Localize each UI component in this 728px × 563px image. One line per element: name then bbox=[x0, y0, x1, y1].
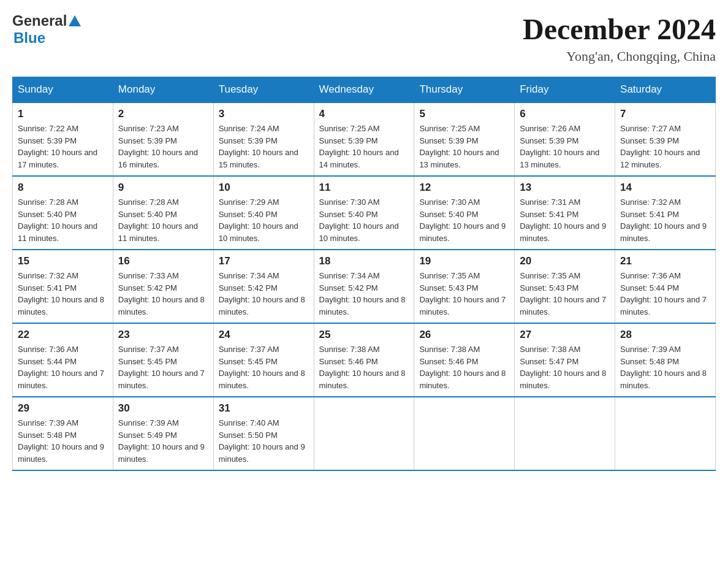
logo-blue-text: Blue bbox=[13, 29, 45, 46]
day-number: 16 bbox=[118, 255, 208, 267]
day-number: 27 bbox=[520, 329, 610, 341]
calendar-cell: 2Sunrise: 7:23 AMSunset: 5:39 PMDaylight… bbox=[113, 102, 213, 176]
calendar-cell: 24Sunrise: 7:37 AMSunset: 5:45 PMDayligh… bbox=[213, 323, 314, 397]
calendar-header-wednesday: Wednesday bbox=[314, 77, 414, 103]
calendar-cell: 11Sunrise: 7:30 AMSunset: 5:40 PMDayligh… bbox=[314, 176, 414, 250]
calendar-week-row: 22Sunrise: 7:36 AMSunset: 5:44 PMDayligh… bbox=[13, 323, 716, 397]
calendar-cell: 8Sunrise: 7:28 AMSunset: 5:40 PMDaylight… bbox=[13, 176, 113, 250]
calendar-cell bbox=[414, 397, 515, 470]
day-number: 25 bbox=[319, 329, 409, 341]
calendar-header-saturday: Saturday bbox=[615, 77, 716, 103]
calendar-header-tuesday: Tuesday bbox=[213, 77, 314, 103]
calendar-header-thursday: Thursday bbox=[414, 77, 515, 103]
day-info: Sunrise: 7:34 AMSunset: 5:42 PMDaylight:… bbox=[319, 270, 409, 318]
day-info: Sunrise: 7:30 AMSunset: 5:40 PMDaylight:… bbox=[319, 196, 409, 244]
calendar-cell: 3Sunrise: 7:24 AMSunset: 5:39 PMDaylight… bbox=[213, 102, 314, 176]
calendar-cell: 16Sunrise: 7:33 AMSunset: 5:42 PMDayligh… bbox=[113, 250, 213, 323]
calendar-cell: 20Sunrise: 7:35 AMSunset: 5:43 PMDayligh… bbox=[515, 250, 615, 323]
calendar-week-row: 1Sunrise: 7:22 AMSunset: 5:39 PMDaylight… bbox=[13, 102, 716, 176]
calendar-cell bbox=[515, 397, 615, 470]
calendar-header-monday: Monday bbox=[113, 77, 213, 103]
day-number: 18 bbox=[319, 255, 409, 267]
day-info: Sunrise: 7:23 AMSunset: 5:39 PMDaylight:… bbox=[118, 123, 208, 170]
month-title: December 2024 bbox=[523, 12, 716, 46]
day-number: 30 bbox=[118, 402, 208, 415]
day-info: Sunrise: 7:27 AMSunset: 5:39 PMDaylight:… bbox=[620, 123, 710, 170]
day-info: Sunrise: 7:22 AMSunset: 5:39 PMDaylight:… bbox=[18, 123, 108, 170]
day-number: 21 bbox=[620, 255, 710, 267]
day-info: Sunrise: 7:40 AMSunset: 5:50 PMDaylight:… bbox=[219, 417, 309, 465]
day-info: Sunrise: 7:37 AMSunset: 5:45 PMDaylight:… bbox=[118, 343, 208, 391]
day-number: 29 bbox=[18, 402, 108, 415]
day-info: Sunrise: 7:32 AMSunset: 5:41 PMDaylight:… bbox=[620, 196, 710, 244]
calendar-cell bbox=[615, 397, 716, 470]
day-number: 5 bbox=[419, 108, 509, 120]
day-info: Sunrise: 7:37 AMSunset: 5:45 PMDaylight:… bbox=[219, 343, 309, 391]
calendar-cell: 22Sunrise: 7:36 AMSunset: 5:44 PMDayligh… bbox=[13, 323, 113, 397]
calendar-cell: 12Sunrise: 7:30 AMSunset: 5:40 PMDayligh… bbox=[414, 176, 515, 250]
day-number: 20 bbox=[520, 255, 610, 267]
day-info: Sunrise: 7:38 AMSunset: 5:46 PMDaylight:… bbox=[419, 343, 509, 391]
calendar-cell: 15Sunrise: 7:32 AMSunset: 5:41 PMDayligh… bbox=[13, 250, 113, 323]
calendar-cell: 21Sunrise: 7:36 AMSunset: 5:44 PMDayligh… bbox=[615, 250, 716, 323]
logo-triangle-icon bbox=[69, 15, 81, 26]
page-header: General Blue December 2024 Yong'an, Chon… bbox=[12, 12, 716, 64]
calendar-cell: 18Sunrise: 7:34 AMSunset: 5:42 PMDayligh… bbox=[314, 250, 414, 323]
day-info: Sunrise: 7:29 AMSunset: 5:40 PMDaylight:… bbox=[219, 196, 309, 244]
day-info: Sunrise: 7:25 AMSunset: 5:39 PMDaylight:… bbox=[319, 123, 409, 170]
day-number: 12 bbox=[419, 182, 509, 194]
day-number: 13 bbox=[520, 182, 610, 194]
calendar-cell bbox=[314, 397, 414, 470]
calendar-header-row: SundayMondayTuesdayWednesdayThursdayFrid… bbox=[13, 77, 716, 103]
logo-general-text: General bbox=[12, 12, 67, 29]
calendar-cell: 29Sunrise: 7:39 AMSunset: 5:48 PMDayligh… bbox=[13, 397, 113, 470]
day-info: Sunrise: 7:31 AMSunset: 5:41 PMDaylight:… bbox=[520, 196, 610, 244]
calendar-table: SundayMondayTuesdayWednesdayThursdayFrid… bbox=[12, 77, 716, 471]
calendar-header-sunday: Sunday bbox=[13, 77, 113, 103]
day-info: Sunrise: 7:32 AMSunset: 5:41 PMDaylight:… bbox=[18, 270, 108, 318]
calendar-cell: 9Sunrise: 7:28 AMSunset: 5:40 PMDaylight… bbox=[113, 176, 213, 250]
day-info: Sunrise: 7:35 AMSunset: 5:43 PMDaylight:… bbox=[419, 270, 509, 318]
calendar-week-row: 15Sunrise: 7:32 AMSunset: 5:41 PMDayligh… bbox=[13, 250, 716, 323]
calendar-cell: 6Sunrise: 7:26 AMSunset: 5:39 PMDaylight… bbox=[515, 102, 615, 176]
day-number: 26 bbox=[419, 329, 509, 341]
day-info: Sunrise: 7:34 AMSunset: 5:42 PMDaylight:… bbox=[219, 270, 309, 318]
calendar-week-row: 8Sunrise: 7:28 AMSunset: 5:40 PMDaylight… bbox=[13, 176, 716, 250]
day-number: 7 bbox=[620, 108, 710, 120]
calendar-cell: 26Sunrise: 7:38 AMSunset: 5:46 PMDayligh… bbox=[414, 323, 515, 397]
calendar-cell: 1Sunrise: 7:22 AMSunset: 5:39 PMDaylight… bbox=[13, 102, 113, 176]
calendar-cell: 7Sunrise: 7:27 AMSunset: 5:39 PMDaylight… bbox=[615, 102, 716, 176]
day-info: Sunrise: 7:28 AMSunset: 5:40 PMDaylight:… bbox=[118, 196, 208, 244]
day-number: 22 bbox=[18, 329, 108, 341]
day-number: 4 bbox=[319, 108, 409, 120]
calendar-cell: 27Sunrise: 7:38 AMSunset: 5:47 PMDayligh… bbox=[515, 323, 615, 397]
day-number: 14 bbox=[620, 182, 710, 194]
day-info: Sunrise: 7:24 AMSunset: 5:39 PMDaylight:… bbox=[219, 123, 309, 170]
calendar-cell: 13Sunrise: 7:31 AMSunset: 5:41 PMDayligh… bbox=[515, 176, 615, 250]
day-info: Sunrise: 7:39 AMSunset: 5:48 PMDaylight:… bbox=[18, 417, 108, 465]
calendar-cell: 5Sunrise: 7:25 AMSunset: 5:39 PMDaylight… bbox=[414, 102, 515, 176]
day-info: Sunrise: 7:36 AMSunset: 5:44 PMDaylight:… bbox=[18, 343, 108, 391]
day-number: 24 bbox=[219, 329, 309, 341]
day-info: Sunrise: 7:26 AMSunset: 5:39 PMDaylight:… bbox=[520, 123, 610, 170]
day-info: Sunrise: 7:39 AMSunset: 5:48 PMDaylight:… bbox=[620, 343, 710, 391]
day-number: 11 bbox=[319, 182, 409, 194]
calendar-week-row: 29Sunrise: 7:39 AMSunset: 5:48 PMDayligh… bbox=[13, 397, 716, 470]
calendar-cell: 17Sunrise: 7:34 AMSunset: 5:42 PMDayligh… bbox=[213, 250, 314, 323]
day-info: Sunrise: 7:28 AMSunset: 5:40 PMDaylight:… bbox=[18, 196, 108, 244]
location-title: Yong'an, Chongqing, China bbox=[523, 48, 716, 64]
day-info: Sunrise: 7:25 AMSunset: 5:39 PMDaylight:… bbox=[419, 123, 509, 170]
calendar-cell: 31Sunrise: 7:40 AMSunset: 5:50 PMDayligh… bbox=[213, 397, 314, 470]
day-number: 3 bbox=[219, 108, 309, 120]
calendar-cell: 30Sunrise: 7:39 AMSunset: 5:49 PMDayligh… bbox=[113, 397, 213, 470]
day-number: 31 bbox=[219, 402, 309, 415]
calendar-cell: 4Sunrise: 7:25 AMSunset: 5:39 PMDaylight… bbox=[314, 102, 414, 176]
day-info: Sunrise: 7:33 AMSunset: 5:42 PMDaylight:… bbox=[118, 270, 208, 318]
day-number: 9 bbox=[118, 182, 208, 194]
day-info: Sunrise: 7:38 AMSunset: 5:47 PMDaylight:… bbox=[520, 343, 610, 391]
day-number: 1 bbox=[18, 108, 108, 120]
day-number: 8 bbox=[18, 182, 108, 194]
calendar-cell: 25Sunrise: 7:38 AMSunset: 5:46 PMDayligh… bbox=[314, 323, 414, 397]
day-number: 17 bbox=[219, 255, 309, 267]
day-number: 10 bbox=[219, 182, 309, 194]
